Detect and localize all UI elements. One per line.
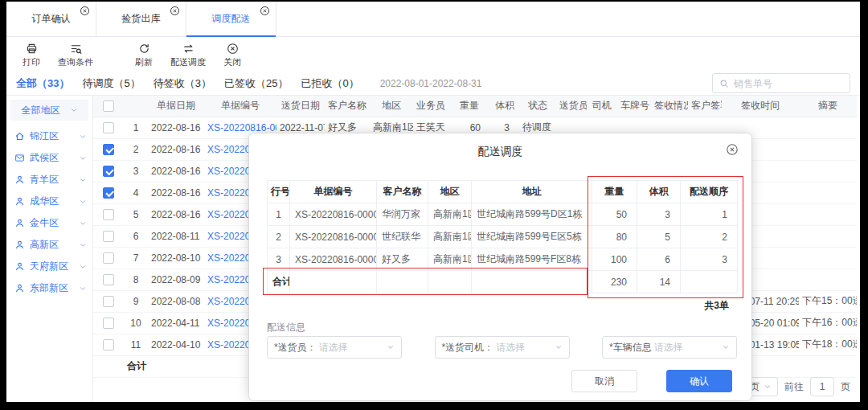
status-filter-tab[interactable]: 已拒收（0） [301, 76, 358, 91]
chevron-down-icon [764, 383, 772, 391]
header-checkbox-cell [93, 96, 124, 117]
row-checkbox[interactable] [103, 122, 114, 133]
row-checkbox[interactable] [103, 166, 114, 177]
col-sign-status: 签收情况 [651, 96, 688, 117]
region-item[interactable]: 武侯区 [6, 147, 92, 169]
toolbar-label: 关闭 [223, 56, 241, 68]
chevron-down-icon [722, 343, 730, 351]
tab-label: 订单确认 [32, 12, 71, 26]
region-sidebar: 全部地区 锦江区 武侯区 [6, 96, 93, 402]
mcell-line-no: 1 [268, 203, 290, 226]
status-filter-tab[interactable]: 全部（33） [16, 76, 69, 91]
tab-close-icon[interactable] [260, 6, 270, 16]
cell-index: 8 [124, 269, 148, 290]
mcell-weight: 80 [592, 226, 637, 248]
page-unit-label: 页 [841, 380, 850, 394]
chevron-down-icon [79, 219, 87, 228]
col-customer-sign: 客户签署 [688, 96, 722, 117]
filter-bar: 全部（33） 待调度（5） 待签收（3） 已签收（25） 已拒收（0） 2022… [6, 72, 860, 96]
row-checkbox[interactable] [103, 296, 114, 307]
mcell-delivery-order[interactable]: 3 [681, 248, 738, 271]
row-checkbox[interactable] [103, 252, 114, 264]
dispatch-icon [182, 43, 194, 55]
cell-empty [93, 355, 124, 377]
mcell-region: 高新南1区 [428, 226, 472, 248]
row-checkbox[interactable] [103, 274, 114, 285]
user-icon [14, 196, 25, 207]
search-icon [719, 79, 729, 88]
document-tab[interactable]: 订单确认 [6, 2, 96, 36]
cell-checkbox [93, 117, 124, 138]
search-input[interactable] [734, 78, 843, 89]
doc-no-link[interactable]: XS-20220816-000018 [207, 122, 276, 133]
row-checkbox[interactable] [103, 318, 114, 329]
cancel-button[interactable]: 取消 [571, 370, 637, 392]
mcell-delivery-order[interactable]: 2 [681, 226, 738, 248]
delivery-select[interactable]: *车辆信息 请选择 [602, 336, 737, 359]
cell-doc-date: 2022-08-16 [148, 160, 204, 182]
mcell-region: 高新南1区 [428, 203, 472, 226]
toolbar-button[interactable]: 查询条件 [58, 43, 93, 68]
screen: 订单确认 捡货出库 调度配送 打印 [0, 0, 868, 410]
tab-label: 调度配送 [212, 12, 251, 26]
region-item[interactable]: 成华区 [6, 191, 92, 212]
document-tab[interactable]: 捡货出库 [96, 2, 186, 36]
tab-close-icon[interactable] [80, 6, 90, 16]
goto-page-input[interactable] [810, 377, 834, 396]
confirm-button[interactable]: 确认 [666, 370, 732, 392]
cell-doc-date: 2022-08-08 [148, 290, 204, 312]
select-all-checkbox[interactable] [103, 100, 114, 112]
row-checkbox[interactable] [103, 209, 114, 220]
row-checkbox[interactable] [103, 187, 114, 199]
mcol-line-no: 行号 [268, 181, 290, 203]
toolbar-button[interactable]: 配送调度 [170, 43, 206, 68]
chevron-down-icon [79, 241, 87, 249]
toolbar-button[interactable]: 刷新 [132, 43, 156, 68]
mcol-weight: 重量 [592, 181, 637, 203]
user-icon [14, 283, 25, 293]
col-sign-time: 签收时间 [722, 96, 799, 117]
tab-close-icon[interactable] [170, 6, 180, 16]
select-placeholder: 请选择 [496, 341, 554, 355]
row-checkbox[interactable] [103, 339, 114, 351]
region-item[interactable]: 金牛区 [6, 212, 92, 234]
mcell-delivery-order[interactable]: 1 [681, 203, 738, 226]
select-placeholder: 请选择 [319, 341, 387, 355]
user-icon [14, 174, 25, 185]
status-filter-tab[interactable]: 待签收（3） [154, 76, 211, 91]
user-icon [14, 240, 25, 250]
document-tab[interactable]: 调度配送 [186, 2, 276, 36]
col-salesman: 业务员 [413, 96, 448, 117]
region-item[interactable]: 天府新区 [6, 256, 92, 277]
mcell-empty [472, 271, 592, 293]
mcell-address: 世纪城南路599号D区1栋 [472, 203, 592, 226]
row-checkbox[interactable] [103, 144, 114, 155]
delivery-select[interactable]: *送货司机： 请选择 [435, 336, 570, 359]
mcell-line-no: 2 [268, 226, 290, 248]
region-label: 成华区 [30, 195, 79, 208]
cell-index: 1 [124, 117, 148, 138]
region-label: 金牛区 [30, 216, 79, 230]
chevron-down-icon [70, 106, 78, 114]
region-item[interactable]: 高新区 [6, 234, 92, 256]
cell-summary [799, 138, 857, 160]
dispatch-total-volume: 14 [637, 271, 681, 293]
toolbar-button[interactable]: 打印 [19, 43, 43, 68]
modal-close-icon[interactable] [726, 143, 739, 156]
cell-summary [799, 117, 857, 138]
status-filter-tab[interactable]: 已签收（25） [224, 76, 288, 91]
cell-summary [799, 182, 857, 203]
cell-doc-date: 2022-08-10 [148, 247, 204, 269]
row-checkbox[interactable] [103, 231, 114, 242]
toolbar-button[interactable]: 关闭 [220, 43, 244, 68]
region-item[interactable]: 青羊区 [6, 169, 92, 191]
status-filter-tab[interactable]: 待调度（5） [82, 76, 140, 91]
region-label: 东部新区 [30, 281, 79, 295]
region-item[interactable]: 东部新区 [6, 277, 92, 299]
col-summary: 摘要 [799, 96, 857, 117]
mcell-address: 世纪城南路599号E区5栋 [472, 226, 592, 248]
mcol-customer: 客户名称 [377, 181, 428, 203]
all-regions-select[interactable]: 全部地区 [10, 100, 88, 121]
delivery-select[interactable]: *送货员： 请选择 [267, 336, 402, 359]
region-item[interactable]: 锦江区 [6, 125, 92, 147]
